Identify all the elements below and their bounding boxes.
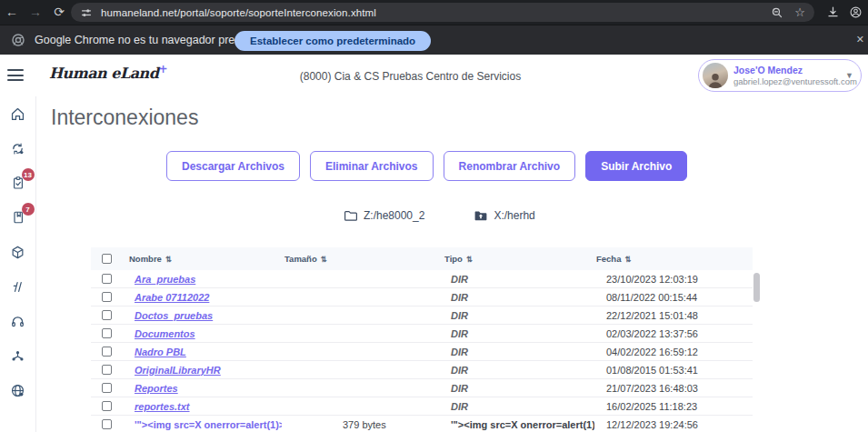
column-header-size[interactable]: Tamaño⇅ (282, 254, 443, 264)
site-settings-icon[interactable] (80, 6, 93, 19)
table-row: reportes.txt DIR 16/02/2025 11:18:23 (91, 397, 753, 416)
row-checkbox[interactable] (102, 401, 112, 411)
sidebar-item-slashes[interactable] (0, 269, 36, 304)
column-header-date[interactable]: Fecha⇅ (594, 254, 753, 264)
file-link[interactable]: Doctos_pruebas (123, 310, 282, 321)
url-text: humaneland.net/portal/soporte/soporteInt… (101, 7, 376, 18)
chevron-down-icon[interactable]: ▼ (845, 71, 853, 80)
back-icon[interactable]: ← (0, 0, 24, 25)
file-date: 16/02/2025 11:18:23 (594, 401, 753, 412)
file-date: 23/10/2023 12:03:19 (594, 274, 753, 285)
rename-file-button[interactable]: Renombrar Archivo (444, 151, 576, 181)
table-row: OriginalLibraryHR DIR 01/08/2015 01:53:4… (91, 361, 753, 379)
app-header: Human eLand+ (8000) Cia & CS Pruebas Cen… (0, 55, 868, 96)
row-checkbox[interactable] (102, 310, 112, 320)
file-link[interactable]: '"><img src=X onerror=alert(1)> (123, 419, 282, 430)
zoom-icon[interactable] (771, 6, 783, 19)
team-icon (10, 348, 25, 364)
default-browser-banner: Google Chrome no es tu navegador predete… (0, 25, 868, 55)
row-checkbox[interactable] (102, 383, 112, 393)
forward-icon[interactable]: → (24, 0, 47, 25)
file-type: DIR (443, 383, 594, 394)
file-type: DIR (443, 274, 594, 285)
book-badge: 7 (22, 203, 35, 216)
file-type: DIR (443, 347, 594, 357)
table-row: Doctos_pruebas DIR 22/12/2021 15:01:48 (91, 306, 753, 325)
file-date: 22/12/2021 15:01:48 (594, 310, 753, 321)
file-type: DIR (443, 292, 594, 303)
source-path-label: Z:/he8000_2 (364, 209, 424, 222)
bookmark-star-icon[interactable]: ☆ (794, 5, 805, 19)
file-date: 08/11/2022 00:15:44 (594, 292, 753, 303)
download-files-button[interactable]: Descargar Archivos (166, 151, 300, 181)
app-window: Human eLand+ (8000) Cia & CS Pruebas Cen… (0, 55, 868, 432)
avatar (703, 63, 728, 88)
globe-icon (10, 383, 25, 398)
file-link[interactable]: Nadro PBL (123, 347, 282, 357)
profile-icon[interactable] (849, 5, 863, 19)
reload-icon[interactable]: ⟳ (47, 0, 71, 25)
chrome-icon (11, 33, 25, 47)
file-type: DIR (443, 365, 594, 376)
target-path: X:/herhd (474, 209, 534, 222)
sidebar-item-home[interactable] (0, 96, 36, 131)
tasks-badge: 13 (22, 168, 35, 181)
table-row: Arabe 07112022 DIR 08/11/2022 00:15:44 (91, 288, 753, 306)
row-checkbox[interactable] (102, 347, 112, 357)
file-link[interactable]: OriginalLibraryHR (123, 365, 282, 376)
close-icon[interactable]: ✕ (856, 34, 864, 45)
sort-icon: ⇅ (321, 255, 327, 264)
file-type: DIR (443, 310, 594, 321)
file-date: 21/07/2023 16:48:03 (594, 383, 753, 394)
sync-settings-icon (10, 141, 25, 156)
delete-files-button[interactable]: Eliminar Archivos (310, 151, 434, 181)
upload-file-button[interactable]: Subir Archivo (585, 151, 687, 181)
set-default-button[interactable]: Establecer como predeterminado (234, 31, 431, 51)
sidebar-item-globe[interactable] (0, 373, 36, 407)
select-all-checkbox[interactable] (102, 254, 112, 264)
folder-upload-icon (474, 209, 488, 222)
main-content: Interconexiones Descargar Archivos Elimi… (36, 96, 868, 432)
sidebar-item-team[interactable] (0, 338, 36, 373)
file-link[interactable]: Ara_pruebas (123, 274, 282, 285)
table-header: Nombre⇅ Tamaño⇅ Tipo⇅ Fecha⇅ (91, 247, 753, 270)
headset-icon (10, 314, 25, 329)
table-row: Ara_pruebas DIR 23/10/2023 12:03:19 (91, 270, 753, 288)
file-actions: Descargar Archivos Eliminar Archivos Ren… (166, 151, 687, 181)
downloads-icon[interactable] (826, 5, 840, 19)
page-title: Interconexiones (51, 105, 198, 130)
user-menu[interactable]: Jose'O Mendez gabriel.lopez@venturessoft… (698, 59, 862, 92)
sidebar-item-tasks[interactable]: 13 (0, 166, 36, 200)
folder-icon (344, 209, 358, 222)
sidebar-item-support[interactable] (0, 304, 36, 338)
column-header-name[interactable]: Nombre⇅ (123, 254, 282, 264)
sidebar-item-package[interactable] (0, 235, 36, 269)
table-row: Reportes DIR 21/07/2023 16:48:03 (91, 379, 753, 397)
file-table: Nombre⇅ Tamaño⇅ Tipo⇅ Fecha⇅ Ara_pruebas… (91, 247, 753, 432)
table-row: '"><img src=X onerror=alert(1)> 379 byte… (91, 416, 753, 432)
table-scrollbar[interactable] (753, 273, 760, 302)
source-path: Z:/he8000_2 (344, 209, 424, 222)
path-row: Z:/he8000_2 X:/herhd (344, 209, 535, 222)
file-date: 04/02/2022 16:59:12 (594, 347, 753, 357)
row-checkbox[interactable] (102, 419, 112, 429)
file-date: 01/08/2015 01:53:41 (594, 365, 753, 376)
row-checkbox[interactable] (102, 292, 112, 302)
column-header-type[interactable]: Tipo⇅ (443, 254, 594, 264)
file-link[interactable]: Documentos (123, 328, 282, 339)
file-type: '"><img src=X onerror=alert(1)> (443, 419, 594, 430)
user-email: gabriel.lopez@venturessoft.com (733, 76, 845, 87)
file-date: 02/03/2022 13:37:56 (594, 328, 753, 339)
row-checkbox[interactable] (102, 365, 112, 375)
file-link[interactable]: reportes.txt (123, 401, 282, 412)
sort-icon: ⇅ (624, 255, 631, 264)
address-bar[interactable]: humaneland.net/portal/soporte/soporteInt… (71, 3, 814, 22)
row-checkbox[interactable] (102, 328, 112, 338)
sidebar-item-sync[interactable] (0, 131, 36, 166)
row-checkbox[interactable] (102, 274, 112, 284)
sidebar-item-book[interactable]: 7 (0, 200, 36, 235)
file-link[interactable]: Reportes (123, 383, 282, 394)
sidebar: 13 7 (0, 96, 36, 432)
table-row: Documentos DIR 02/03/2022 13:37:56 (91, 325, 753, 343)
file-link[interactable]: Arabe 07112022 (123, 292, 282, 303)
